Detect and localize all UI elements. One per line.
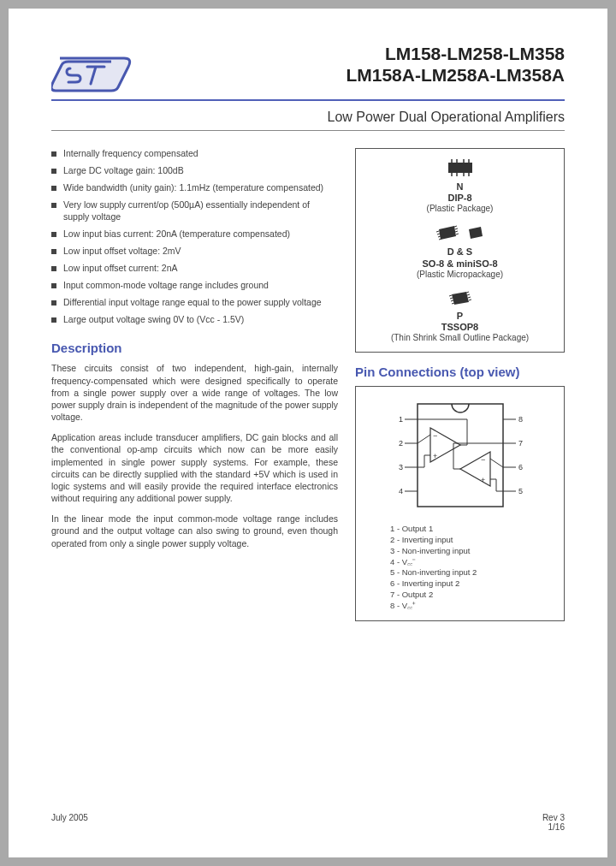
svg-marker-9 (439, 226, 456, 240)
pinout-diagram: 1 2 3 4 8 7 6 5 − + (364, 395, 555, 515)
pin-item: 5 - Non-inverting input 2 (390, 567, 555, 578)
pin-list: 1 - Output 1 2 - Inverting input 3 - Non… (364, 524, 555, 612)
packages-box: N DIP-8 (Plastic Package) (355, 148, 565, 353)
svg-text:2: 2 (399, 439, 403, 448)
svg-line-26 (468, 297, 471, 298)
svg-line-24 (466, 292, 469, 293)
package-item: P TSSOP8 (Thin Shrink Small Outline Pack… (361, 290, 559, 343)
description-para: Application areas include transducer amp… (51, 431, 338, 504)
feature-item: Very low supply current/op (500µA) essen… (51, 199, 338, 222)
feature-item: Large output voltage swing 0V to (Vcc - … (51, 314, 338, 325)
svg-rect-0 (448, 163, 472, 173)
svg-text:8: 8 (518, 415, 523, 424)
svg-line-48 (418, 435, 430, 443)
package-note: (Plastic Micropackage) (361, 270, 559, 280)
svg-text:6: 6 (518, 463, 523, 472)
svg-line-15 (455, 228, 458, 229)
svg-marker-19 (452, 292, 469, 305)
svg-line-22 (451, 300, 453, 301)
package-code: P (361, 311, 559, 322)
footer-rev: Rev 3 (542, 813, 565, 822)
part-numbers: LM158-LM258-LM358 LM158A-LM258A-LM358A (154, 43, 565, 86)
svg-marker-55 (460, 452, 490, 486)
svg-line-20 (449, 295, 452, 296)
header: LM158-LM258-LM358 LM158A-LM258A-LM358A (51, 43, 565, 94)
pin-item: 3 - Non-inverting input (390, 546, 555, 557)
feature-item: Low input offset voltage: 2mV (51, 246, 338, 257)
pin-connections-heading: Pin Connections (top view) (355, 365, 565, 379)
description-heading: Description (51, 341, 338, 355)
package-code: D & S (361, 246, 559, 258)
pin-item: 2 - Inverting input (390, 535, 555, 546)
description-para: In the linear mode the input common-mode… (51, 513, 338, 549)
pin-connections-box: 1 2 3 4 8 7 6 5 − + (355, 386, 565, 621)
footer-right: Rev 3 1/16 (542, 813, 565, 832)
datasheet-page: LM158-LM258-LM358 LM158A-LM258A-LM358A L… (9, 9, 607, 857)
package-note: (Plastic Package) (361, 204, 559, 214)
pin-item: 1 - Output 1 (390, 524, 555, 535)
st-logo (51, 43, 154, 94)
feature-item: Low input offset current: 2nA (51, 263, 338, 274)
svg-line-11 (437, 234, 440, 234)
footer-page: 1/16 (542, 822, 565, 832)
pin-item: 6 - Inverting input 2 (390, 578, 555, 590)
svg-line-16 (455, 231, 458, 232)
svg-line-25 (467, 294, 470, 295)
svg-text:−: − (481, 455, 485, 464)
svg-text:1: 1 (399, 415, 403, 424)
tssop8-icon (361, 290, 559, 307)
left-column: Internally frequency compensated Large D… (51, 148, 338, 621)
svg-marker-18 (469, 227, 483, 239)
divider (51, 130, 565, 131)
dip8-icon (361, 157, 559, 178)
svg-text:−: − (433, 431, 437, 440)
features-list: Internally frequency compensated Large D… (51, 148, 338, 325)
svg-text:7: 7 (518, 439, 523, 448)
feature-item: Input common-mode voltage range includes… (51, 280, 338, 291)
so8-icon (361, 224, 559, 243)
svg-line-17 (456, 234, 459, 234)
package-code: N (361, 181, 559, 193)
feature-item: Differential input voltage range equal t… (51, 297, 338, 308)
svg-text:3: 3 (399, 463, 403, 472)
title-line-1: LM158-LM258-LM358 (154, 43, 565, 64)
svg-line-23 (452, 303, 454, 304)
package-note: (Thin Shrink Small Outline Package) (361, 333, 559, 343)
pin-item: 7 - Output 2 (390, 590, 555, 601)
svg-line-27 (469, 300, 471, 300)
svg-text:4: 4 (399, 487, 403, 495)
package-name: SO-8 & miniSO-8 (361, 258, 559, 270)
page-subtitle: Low Power Dual Operational Amplifiers (51, 110, 565, 125)
divider (51, 99, 565, 101)
footer: July 2005 Rev 3 1/16 (51, 813, 565, 832)
feature-item: Large DC voltage gain: 100dB (51, 165, 338, 176)
pin-item: 8 - V꜀꜀⁺ (390, 601, 555, 612)
package-item: D & S SO-8 & miniSO-8 (Plastic Micropack… (361, 224, 559, 279)
description-body: These circuits consist of two independen… (51, 362, 338, 549)
svg-line-14 (454, 226, 457, 227)
content-columns: Internally frequency compensated Large D… (51, 148, 565, 621)
footer-date: July 2005 (51, 813, 88, 832)
svg-line-10 (436, 231, 439, 232)
svg-line-21 (450, 298, 453, 299)
package-item: N DIP-8 (Plastic Package) (361, 157, 559, 214)
package-name: TSSOP8 (361, 322, 559, 333)
pin-item: 4 - V꜀꜀⁻ (390, 557, 555, 568)
feature-item: Low input bias current: 20nA (temperatur… (51, 228, 338, 240)
svg-text:5: 5 (518, 487, 523, 495)
package-name: DIP-8 (361, 193, 559, 204)
svg-text:+: + (481, 476, 485, 484)
right-column: N DIP-8 (Plastic Package) (355, 148, 565, 621)
feature-item: Wide bandwidth (unity gain): 1.1mHz (tem… (51, 182, 338, 193)
svg-text:+: + (433, 452, 437, 460)
title-line-2: LM158A-LM258A-LM358A (154, 64, 565, 86)
svg-line-58 (490, 459, 503, 467)
feature-item: Internally frequency compensated (51, 148, 338, 159)
description-para: These circuits consist of two independen… (51, 362, 338, 423)
